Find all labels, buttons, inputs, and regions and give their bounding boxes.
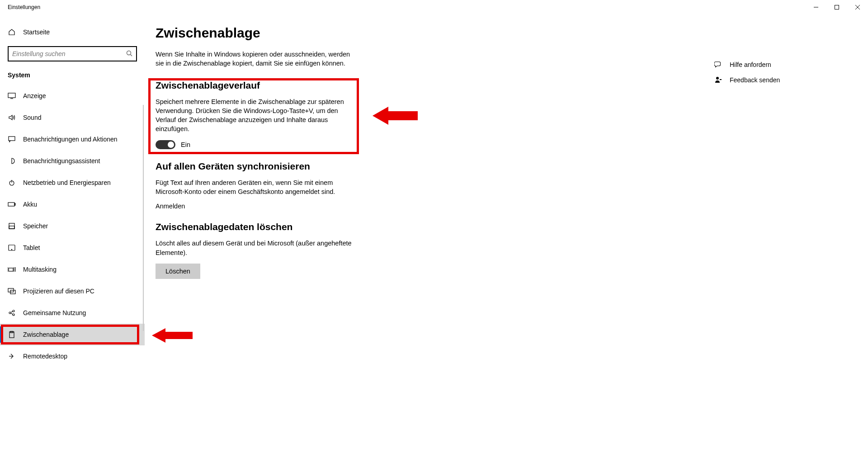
scrollbar[interactable] xyxy=(143,105,144,331)
nav-label: Benachrichtigungsassistent xyxy=(23,157,100,165)
nav-label: Sound xyxy=(23,114,41,121)
sound-icon xyxy=(8,113,16,122)
nav-item-speicher[interactable]: Speicher xyxy=(0,215,145,237)
storage-icon xyxy=(8,222,16,230)
svg-rect-1 xyxy=(835,5,839,9)
history-desc: Speichert mehrere Elemente in die Zwisch… xyxy=(156,97,359,134)
svg-point-25 xyxy=(13,314,14,316)
svg-rect-17 xyxy=(9,268,13,271)
content: Zwischenablage Wenn Sie Inhalte in Windo… xyxy=(145,14,868,462)
feedback-label: Feedback senden xyxy=(730,76,780,84)
display-icon xyxy=(8,92,16,100)
multitasking-icon xyxy=(8,265,16,273)
section-sync: Auf allen Geräten synchronisieren Fügt T… xyxy=(156,161,517,210)
svg-rect-8 xyxy=(9,137,15,141)
notifications-icon xyxy=(8,135,16,143)
svg-rect-12 xyxy=(14,203,15,205)
tablet-icon xyxy=(8,244,16,252)
history-heading: Zwischenablageverlauf xyxy=(156,80,517,91)
sync-signin-link[interactable]: Anmelden xyxy=(156,203,185,210)
nav-label: Multitasking xyxy=(23,266,57,273)
nav-label: Speicher xyxy=(23,222,48,230)
svg-point-24 xyxy=(13,310,14,312)
sync-desc: Fügt Text auf Ihren anderen Geräten ein,… xyxy=(156,178,359,197)
nav-label: Projizieren auf diesen PC xyxy=(23,288,94,295)
feedback-icon xyxy=(714,76,722,84)
section-history: Zwischenablageverlauf Speichert mehrere … xyxy=(156,80,517,149)
feedback-link[interactable]: Feedback senden xyxy=(714,72,832,88)
svg-point-16 xyxy=(11,249,12,250)
nav-item-anzeige[interactable]: Anzeige xyxy=(0,85,145,107)
share-icon xyxy=(8,309,16,317)
nav-label: Remotedesktop xyxy=(23,353,67,360)
nav-label: Tablet xyxy=(23,244,40,251)
focus-icon xyxy=(8,157,16,165)
svg-rect-6 xyxy=(8,93,15,98)
help-icon xyxy=(714,61,722,69)
nav-item-remotedesktop[interactable]: Remotedesktop xyxy=(0,345,145,367)
window-title: Einstellungen xyxy=(8,4,40,10)
category-label: System xyxy=(0,70,145,85)
search-icon xyxy=(126,50,132,58)
nav-item-nutzung[interactable]: Gemeinsame Nutzung xyxy=(0,302,145,324)
nav-item-netzbetrieb[interactable]: Netzbetrieb und Energiesparen xyxy=(0,172,145,193)
window-controls xyxy=(806,0,868,14)
nav-list: Anzeige Sound Benachrichtigungen und Akt… xyxy=(0,85,145,367)
svg-rect-32 xyxy=(720,79,722,80)
nav-item-assistent[interactable]: Benachrichtigungsassistent xyxy=(0,150,145,172)
battery-icon xyxy=(8,200,16,208)
nav-item-sound[interactable]: Sound xyxy=(0,107,145,128)
page-intro: Wenn Sie Inhalte in Windows kopieren ode… xyxy=(156,50,359,68)
nav-label: Gemeinsame Nutzung xyxy=(23,309,86,316)
svg-rect-14 xyxy=(9,226,14,229)
svg-line-26 xyxy=(11,311,13,312)
nav-label: Zwischenablage xyxy=(23,331,69,338)
home-icon xyxy=(8,28,16,36)
clear-button[interactable]: Löschen xyxy=(156,264,200,279)
titlebar: Einstellungen xyxy=(0,0,868,14)
minimize-button[interactable] xyxy=(806,0,826,14)
nav-item-projizieren[interactable]: Projizieren auf diesen PC xyxy=(0,280,145,302)
svg-point-31 xyxy=(716,77,719,80)
svg-line-27 xyxy=(11,313,13,314)
sidebar: Startseite System Anzeige Sound Benachri… xyxy=(0,14,145,462)
nav-item-akku[interactable]: Akku xyxy=(0,193,145,215)
nav-item-multitasking[interactable]: Multitasking xyxy=(0,259,145,280)
search-input[interactable] xyxy=(12,50,126,57)
nav-label: Benachrichtigungen und Aktionen xyxy=(23,136,118,143)
close-button[interactable] xyxy=(847,0,868,14)
svg-rect-11 xyxy=(8,203,14,206)
sync-heading: Auf allen Geräten synchronisieren xyxy=(156,161,517,172)
nav-label: Netzbetrieb und Energiesparen xyxy=(23,179,111,186)
history-toggle-label: Ein xyxy=(181,141,190,148)
home-label: Startseite xyxy=(23,28,50,36)
remote-icon xyxy=(8,352,16,360)
nav-item-tablet[interactable]: Tablet xyxy=(0,237,145,259)
help-aside: Hilfe anfordern Feedback senden xyxy=(714,57,832,88)
svg-point-4 xyxy=(127,51,131,55)
svg-point-23 xyxy=(9,312,11,314)
power-icon xyxy=(8,179,16,187)
page-title: Zwischenablage xyxy=(156,25,517,41)
nav-item-benachrichtigungen[interactable]: Benachrichtigungen und Aktionen xyxy=(0,128,145,150)
project-icon xyxy=(8,287,16,295)
clear-heading: Zwischenablagedaten löschen xyxy=(156,222,517,232)
maximize-button[interactable] xyxy=(826,0,847,14)
nav-label: Akku xyxy=(23,201,37,208)
section-clear: Zwischenablagedaten löschen Löscht alles… xyxy=(156,222,517,279)
help-link[interactable]: Hilfe anfordern xyxy=(714,57,832,72)
help-label: Hilfe anfordern xyxy=(730,61,771,68)
clipboard-icon xyxy=(8,330,16,339)
home-link[interactable]: Startseite xyxy=(0,24,145,40)
nav-item-zwischenablage[interactable]: Zwischenablage xyxy=(0,324,145,345)
svg-line-5 xyxy=(131,54,132,56)
history-toggle[interactable] xyxy=(156,140,175,149)
clear-desc: Löscht alles auf diesem Gerät und bei Mi… xyxy=(156,239,359,257)
search-box[interactable] xyxy=(8,46,137,61)
nav-label: Anzeige xyxy=(23,92,46,99)
